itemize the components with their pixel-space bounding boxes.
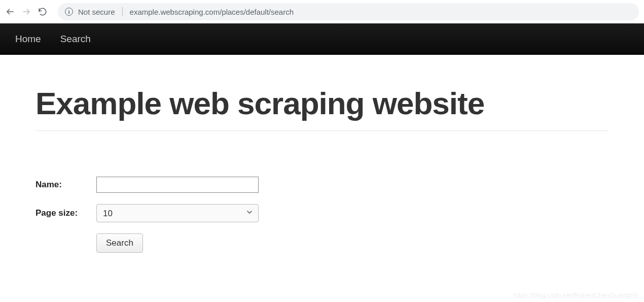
security-label: Not secure: [78, 8, 115, 16]
nav-search[interactable]: Search: [60, 33, 91, 45]
watermark: https://blog.csdn.net/RobertChenGuangzhi: [513, 291, 638, 299]
form-row-page-size: Page size: 10: [35, 204, 609, 222]
page-size-select-wrap: 10: [96, 204, 259, 222]
address-bar[interactable]: i Not secure example.webscraping.com/pla…: [58, 3, 639, 20]
info-icon[interactable]: i: [65, 8, 73, 16]
top-nav: Home Search: [0, 23, 644, 55]
form-row-name: Name:: [35, 177, 609, 193]
name-input[interactable]: [96, 177, 259, 193]
back-button[interactable]: [5, 7, 15, 17]
nav-home[interactable]: Home: [15, 33, 41, 45]
name-label: Name:: [35, 180, 96, 190]
page-title: Example web scraping website: [35, 85, 609, 131]
page-size-select[interactable]: 10: [96, 204, 259, 222]
browser-toolbar: i Not secure example.webscraping.com/pla…: [0, 0, 644, 23]
page-content: Example web scraping website Name: Page …: [0, 55, 644, 253]
search-form: Name: Page size: 10 Search: [35, 177, 609, 253]
address-divider: [122, 7, 123, 16]
page-size-label: Page size:: [35, 208, 96, 218]
search-button[interactable]: Search: [96, 233, 143, 253]
reload-button[interactable]: [38, 7, 48, 17]
forward-button[interactable]: [21, 7, 31, 17]
url-text: example.webscraping.com/places/default/s…: [130, 8, 294, 16]
